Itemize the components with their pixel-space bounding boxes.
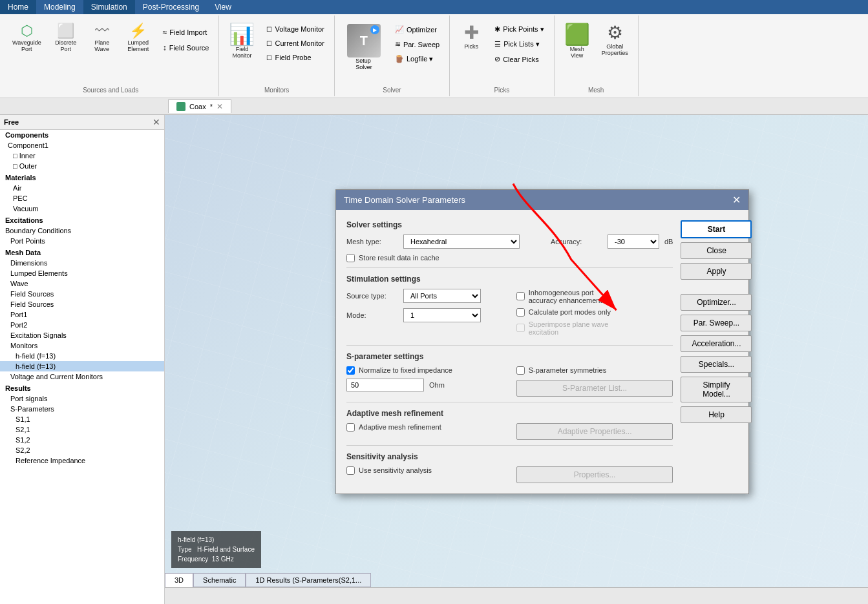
impedance-input[interactable]	[346, 379, 424, 391]
inhomogeneous-checkbox[interactable]	[516, 292, 525, 300]
menu-modeling[interactable]: Modeling	[36, 0, 83, 14]
pick-lists-btn[interactable]: ☰ Pick Lists ▾	[490, 38, 548, 50]
field-source-icon: ↕	[163, 43, 167, 52]
current-monitor-label: Current Monitor	[275, 39, 324, 47]
current-monitor-btn[interactable]: ☐ Current Monitor	[262, 37, 328, 49]
impedance-row: Ohm	[346, 379, 503, 391]
adaptive-checkbox[interactable]	[346, 423, 355, 432]
sidebar-item-components[interactable]: Components	[0, 130, 164, 140]
close-btn[interactable]: Close	[681, 242, 752, 259]
discrete-port-btn[interactable]: ⬜ DiscretePort	[50, 21, 82, 56]
acceleration-btn[interactable]: Acceleration...	[681, 335, 752, 352]
voltage-monitor-label: Voltage Monitor	[275, 25, 324, 33]
par-sweep-btn[interactable]: ≋ Par. Sweep	[390, 38, 444, 50]
tab-coax-icon	[176, 102, 185, 111]
superimpose-label: Superimpose plane waveexcitation	[529, 320, 609, 336]
toolbar-group-sources: ⬡ WaveguidePort ⬜ DiscretePort 〰 PlaneWa…	[3, 16, 219, 96]
sidebar-item-vacuum[interactable]: Vacuum	[0, 203, 164, 214]
menu-postprocessing[interactable]: Post-Processing	[135, 0, 207, 14]
sidebar-item-s22[interactable]: S2,2	[0, 445, 164, 455]
field-monitor-btn[interactable]: 📊 FieldMonitor	[224, 21, 259, 62]
dialog-close-x-btn[interactable]: ✕	[732, 194, 741, 206]
help-btn[interactable]: Help	[681, 406, 752, 423]
sidebar-item-outer[interactable]: □ Outer	[0, 161, 164, 171]
source-type-select[interactable]: All Ports	[403, 289, 481, 303]
sidebar-item-boundary[interactable]: Boundary Conditions	[0, 225, 164, 236]
sidebar-item-pec[interactable]: PEC	[0, 193, 164, 203]
sidebar-item-s-parameters[interactable]: S-Parameters	[0, 404, 164, 414]
sensitivity-checkbox-label: Use sensitivity analysis	[359, 466, 432, 474]
sidebar-item-air[interactable]: Air	[0, 183, 164, 193]
tab-close-btn[interactable]: ✕	[217, 102, 223, 111]
field-source-btn[interactable]: ↕ Field Source	[158, 41, 214, 54]
dialog-title: Time Domain Solver Parameters	[344, 195, 465, 205]
mesh-view-btn[interactable]: 🟩 MeshView	[560, 21, 595, 62]
sidebar-item-port1[interactable]: Port1	[0, 309, 164, 320]
global-properties-btn[interactable]: ⚙ GlobalProperties	[597, 21, 633, 59]
lumped-element-btn[interactable]: ⚡ LumpedElement	[122, 21, 154, 56]
sidebar-item-hfield2[interactable]: h-field (f=13)	[0, 361, 164, 371]
menu-view[interactable]: View	[207, 0, 239, 14]
mode-select[interactable]: 1	[403, 308, 481, 322]
sidebar-item-hfield1[interactable]: h-field (f=13)	[0, 351, 164, 361]
specials-btn[interactable]: Specials...	[681, 356, 752, 373]
adaptive-properties-btn[interactable]: Adaptive Properties...	[516, 423, 673, 440]
accuracy-select[interactable]: -30	[608, 234, 659, 249]
waveguide-port-btn[interactable]: ⬡ WaveguidePort	[8, 21, 46, 56]
sidebar-item-inner[interactable]: □ Inner	[0, 151, 164, 161]
sidebar-close-btn[interactable]: ✕	[153, 117, 160, 127]
sensitivity-properties-btn[interactable]: Properties...	[516, 466, 673, 483]
clear-picks-btn[interactable]: ⊘ Clear Picks	[490, 53, 548, 65]
store-cache-checkbox[interactable]	[346, 254, 355, 262]
sidebar-item-results[interactable]: Results	[0, 383, 164, 393]
sidebar-item-lumped-elements[interactable]: Lumped Elements	[0, 268, 164, 278]
menu-home[interactable]: Home	[0, 0, 36, 14]
setup-solver-btn[interactable]: T ▶ SetupSolver	[340, 21, 388, 74]
start-btn[interactable]: Start	[681, 220, 752, 238]
sidebar-item-s12[interactable]: S1,2	[0, 435, 164, 445]
plane-wave-btn[interactable]: 〰 PlaneWave	[86, 21, 118, 56]
sidebar-item-dimensions[interactable]: Dimensions	[0, 258, 164, 268]
calc-port-modes-checkbox[interactable]	[516, 308, 525, 317]
sidebar-item-port-points[interactable]: Port Points	[0, 236, 164, 246]
tab-coax[interactable]: Coax* ✕	[168, 99, 231, 113]
sidebar-item-field-sources[interactable]: Field Sources	[0, 289, 164, 299]
sidebar-item-voltage-current-monitors[interactable]: Voltage and Current Monitors	[0, 371, 164, 382]
sidebar-item-component1[interactable]: Component1	[0, 140, 164, 151]
sparameter-right: S-parameter symmetries S-Parameter List.…	[516, 366, 673, 397]
symmetries-checkbox[interactable]	[516, 366, 525, 375]
btn-spacer	[681, 284, 752, 290]
sidebar-item-materials[interactable]: Materials	[0, 172, 164, 183]
sidebar-item-s11[interactable]: S1,1	[0, 414, 164, 424]
sidebar-item-s21[interactable]: S2,1	[0, 424, 164, 435]
sidebar-item-port-signals[interactable]: Port signals	[0, 393, 164, 404]
mesh-type-select[interactable]: Hexahedral	[403, 234, 520, 249]
field-import-btn[interactable]: ≈ Field Import	[158, 26, 214, 39]
sidebar-item-field-sources2[interactable]: Field Sources	[0, 299, 164, 309]
sidebar-item-excitation-signals[interactable]: Excitation Signals	[0, 330, 164, 340]
adaptive-right: Adaptive Properties...	[516, 423, 673, 440]
simplify-model-btn[interactable]: Simplify Model...	[681, 377, 752, 402]
pick-points-btn[interactable]: ✱ Pick Points ▾	[490, 23, 548, 36]
logfile-btn[interactable]: 🪵 Logfile ▾	[390, 53, 444, 65]
sidebar-item-port2[interactable]: Port2	[0, 320, 164, 330]
voltage-monitor-btn[interactable]: ☐ Voltage Monitor	[262, 23, 328, 35]
sidebar-item-wave[interactable]: Wave	[0, 278, 164, 289]
menu-simulation[interactable]: Simulation	[83, 0, 135, 14]
sidebar-header: Free ✕	[0, 115, 164, 130]
normalize-checkbox[interactable]	[346, 366, 355, 375]
optimizer-btn[interactable]: 📈 Optimizer	[390, 23, 444, 36]
superimpose-checkbox[interactable]	[516, 324, 525, 332]
sparameter-list-btn[interactable]: S-Parameter List...	[516, 380, 673, 397]
optimizer-dialog-btn[interactable]: Optimizer...	[681, 294, 752, 311]
sidebar-item-monitors[interactable]: Monitors	[0, 340, 164, 351]
picks-btn[interactable]: ✚ Picks	[455, 21, 487, 53]
sidebar-item-reference-impedance[interactable]: Reference Impedance	[0, 455, 164, 466]
normalize-label: Normalize to fixed impedance	[359, 366, 452, 374]
field-probe-btn[interactable]: ☐ Field Probe	[262, 52, 328, 63]
sensitivity-checkbox[interactable]	[346, 466, 355, 475]
sidebar-item-excitations[interactable]: Excitations	[0, 215, 164, 225]
apply-btn[interactable]: Apply	[681, 263, 752, 280]
par-sweep-dialog-btn[interactable]: Par. Sweep...	[681, 315, 752, 331]
sidebar-item-mesh-data[interactable]: Mesh Data	[0, 247, 164, 258]
